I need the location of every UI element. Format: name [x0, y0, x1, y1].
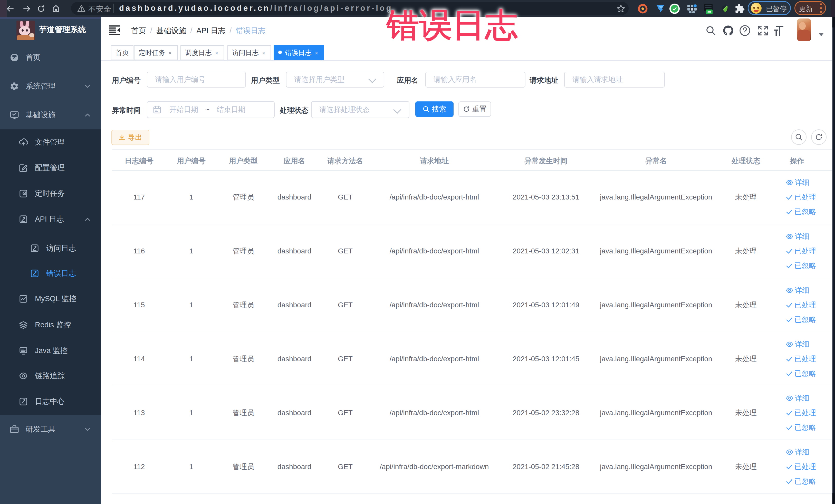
svg-text:off: off	[708, 10, 711, 13]
